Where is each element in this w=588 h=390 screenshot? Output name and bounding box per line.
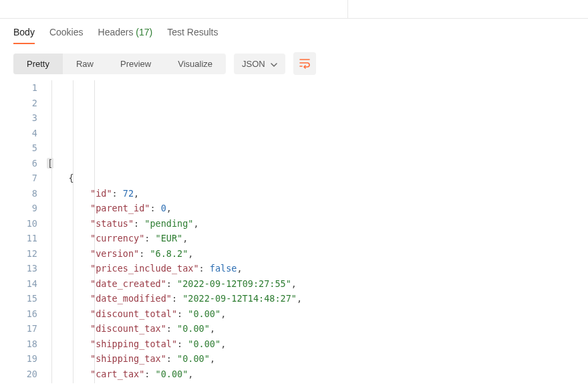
line-number: 9 bbox=[7, 201, 37, 216]
line-number-gutter: 1234567891011121314151617181920 bbox=[1, 80, 47, 383]
code-line: ​"prices_include_tax": false, bbox=[47, 261, 588, 276]
wrap-icon bbox=[299, 57, 311, 71]
preview-button[interactable]: Preview bbox=[107, 54, 164, 74]
line-number: 8 bbox=[7, 186, 37, 201]
body-toolbar: Pretty Raw Preview Visualize JSON bbox=[0, 44, 588, 80]
line-number: 13 bbox=[7, 261, 37, 276]
line-number: 18 bbox=[7, 336, 37, 352]
code-line: ​"shipping_total": "0.00", bbox=[47, 336, 588, 352]
line-number: 3 bbox=[7, 110, 37, 126]
code-line: ​"cart_tax": "0.00", bbox=[47, 367, 588, 382]
code-content: [ ​{ ​"id": 72, ​"parent_id": 0, ​"statu… bbox=[47, 80, 588, 383]
tab-body[interactable]: Body bbox=[13, 27, 35, 44]
line-number: 14 bbox=[7, 276, 37, 292]
line-number: 15 bbox=[7, 291, 37, 306]
code-line: [ bbox=[47, 156, 588, 171]
wrap-lines-button[interactable] bbox=[293, 52, 316, 75]
view-mode-group: Pretty Raw Preview Visualize bbox=[13, 54, 226, 74]
line-number: 16 bbox=[7, 306, 37, 322]
format-dropdown-label: JSON bbox=[242, 59, 265, 69]
tab-headers-label: Headers bbox=[98, 27, 134, 37]
line-number: 11 bbox=[7, 231, 37, 246]
visualize-button[interactable]: Visualize bbox=[164, 54, 226, 74]
raw-button[interactable]: Raw bbox=[63, 54, 107, 74]
code-line: ​"status": "pending", bbox=[47, 216, 588, 231]
tab-headers[interactable]: Headers (17) bbox=[98, 27, 153, 44]
format-dropdown[interactable]: JSON bbox=[234, 54, 285, 74]
line-number: 6 bbox=[7, 156, 37, 171]
pretty-button[interactable]: Pretty bbox=[13, 54, 63, 74]
chevron-down-icon bbox=[271, 60, 277, 67]
line-number: 10 bbox=[7, 216, 37, 231]
code-line: ​{ bbox=[47, 171, 588, 186]
line-number: 12 bbox=[7, 246, 37, 262]
code-line: ​"currency": "EUR", bbox=[47, 231, 588, 246]
line-number: 7 bbox=[7, 171, 37, 186]
code-line: ​"total": "12.00", bbox=[47, 381, 588, 383]
line-number: 4 bbox=[7, 126, 37, 141]
line-number: 17 bbox=[7, 321, 37, 336]
code-line: ​"date_modified": "2022-09-12T14:48:27", bbox=[47, 291, 588, 306]
line-number: 2 bbox=[7, 96, 37, 111]
code-line: ​"date_created": "2022-09-12T09:27:55", bbox=[47, 276, 588, 292]
code-line: ​"discount_tax": "0.00", bbox=[47, 321, 588, 336]
line-number: 20 bbox=[7, 367, 37, 382]
code-line: ​"version": "6.8.2", bbox=[47, 246, 588, 262]
code-line: ​"discount_total": "0.00", bbox=[47, 306, 588, 322]
line-number: 19 bbox=[7, 351, 37, 367]
code-line: ​"parent_id": 0, bbox=[47, 201, 588, 216]
tab-cookies[interactable]: Cookies bbox=[49, 27, 84, 44]
tab-test-results[interactable]: Test Results bbox=[167, 27, 218, 44]
line-number: 1 bbox=[7, 80, 37, 96]
code-line: ​"id": 72, bbox=[47, 186, 588, 201]
line-number: 5 bbox=[7, 140, 37, 156]
tab-headers-count: (17) bbox=[136, 27, 152, 37]
header-placeholder bbox=[0, 0, 588, 19]
code-line: ​"shipping_tax": "0.00", bbox=[47, 351, 588, 367]
response-tabs: Body Cookies Headers (17) Test Results bbox=[0, 19, 588, 44]
code-viewer[interactable]: 1234567891011121314151617181920 [ ​{ ​"i… bbox=[0, 80, 588, 383]
